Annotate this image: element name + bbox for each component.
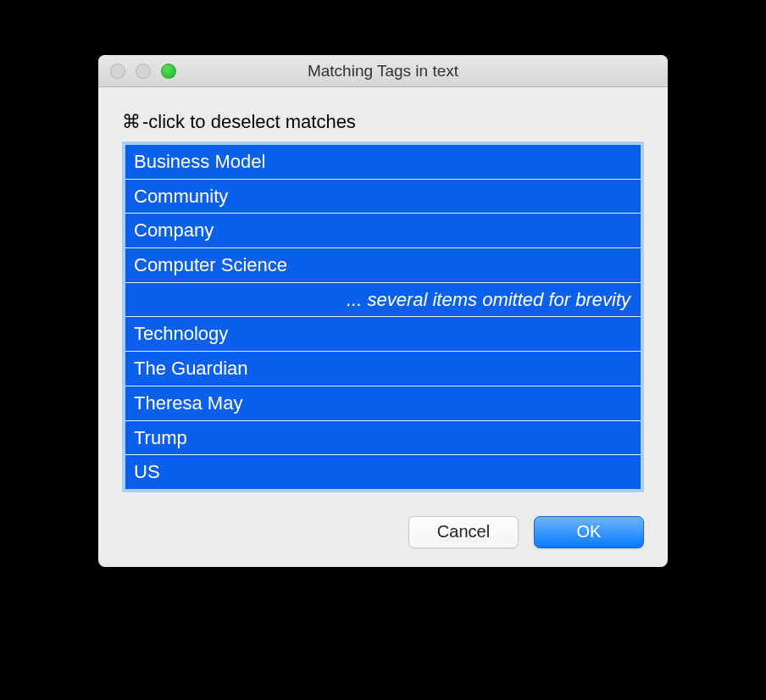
dialog-window: Matching Tags in text ⌘ -click to desele… [98, 55, 668, 567]
list-item-omitted: ... several items omitted for brevity [125, 283, 641, 318]
list-item[interactable]: The Guardian [125, 352, 641, 386]
list-item[interactable]: Business Model [125, 145, 641, 180]
list-item[interactable]: Community [125, 180, 641, 214]
cancel-button[interactable]: Cancel [408, 516, 519, 548]
window-title: Matching Tags in text [98, 62, 668, 81]
ok-button[interactable]: OK [534, 516, 644, 548]
matches-listbox[interactable]: Business Model Community Company Compute… [122, 142, 644, 492]
minimize-window-icon[interactable] [136, 64, 151, 79]
list-item[interactable]: Computer Science [125, 248, 641, 283]
list-item[interactable]: US [125, 455, 641, 489]
instruction-text: -click to deselect matches [142, 111, 356, 133]
button-row: Cancel OK [122, 516, 644, 548]
list-item[interactable]: Company [125, 214, 641, 248]
list-item[interactable]: Theresa May [125, 386, 641, 421]
traffic-lights [98, 64, 176, 79]
list-item[interactable]: Technology [125, 317, 641, 352]
command-key-icon: ⌘ [122, 111, 141, 133]
list-item[interactable]: Trump [125, 421, 641, 456]
instruction-label: ⌘ -click to deselect matches [122, 111, 644, 133]
zoom-window-icon[interactable] [161, 64, 176, 79]
dialog-content: ⌘ -click to deselect matches Business Mo… [98, 87, 668, 567]
titlebar: Matching Tags in text [98, 55, 668, 87]
close-window-icon[interactable] [110, 64, 125, 79]
